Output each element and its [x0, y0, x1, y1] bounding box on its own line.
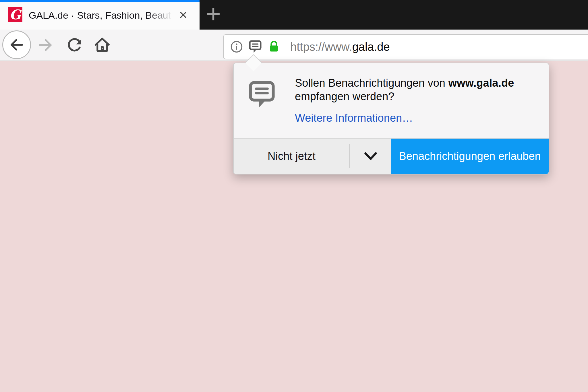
- not-now-button[interactable]: Nicht jetzt: [234, 139, 349, 174]
- speech-bubble-icon[interactable]: [248, 39, 263, 55]
- message-prefix: Sollen Benachrichtigungen von: [295, 77, 448, 89]
- green-lock-icon[interactable]: [267, 40, 281, 54]
- close-icon[interactable]: [177, 9, 189, 21]
- forward-button[interactable]: [36, 36, 55, 54]
- home-button[interactable]: [94, 36, 111, 54]
- url-scheme: https://www.: [290, 40, 352, 53]
- message-site: www.gala.de: [448, 77, 514, 89]
- popup-footer: Nicht jetzt Benachrichtigungen erlauben: [234, 138, 549, 174]
- url-bar[interactable]: https://www.gala.de: [223, 34, 588, 59]
- info-circle-icon[interactable]: [230, 40, 243, 53]
- allow-notifications-button[interactable]: Benachrichtigungen erlauben: [391, 139, 549, 174]
- reload-button[interactable]: [66, 37, 83, 54]
- new-tab-button[interactable]: [203, 4, 223, 24]
- back-button[interactable]: [2, 30, 31, 59]
- arrow-left-icon: [8, 36, 25, 53]
- chevron-down-icon: [363, 152, 378, 161]
- favicon-letter: G: [9, 7, 21, 22]
- arrow-right-icon: [36, 36, 55, 54]
- reload-icon: [66, 37, 83, 54]
- url-domain: gala.de: [352, 40, 390, 53]
- tab-bar: G GALA.de · Stars, Fashion, Beaut: [0, 0, 588, 30]
- tab-title: GALA.de · Stars, Fashion, Beaut: [29, 0, 175, 30]
- popup-message: Sollen Benachrichtigungen von www.gala.d…: [295, 76, 527, 125]
- not-now-dropdown-button[interactable]: [350, 139, 391, 174]
- tab-gala[interactable]: G GALA.de · Stars, Fashion, Beaut: [0, 0, 200, 30]
- permission-question: Sollen Benachrichtigungen von www.gala.d…: [295, 76, 527, 103]
- navigation-toolbar: https://www.gala.de: [0, 30, 588, 61]
- speech-bubble-icon: [246, 78, 277, 110]
- learn-more-link[interactable]: Weitere Informationen…: [295, 111, 413, 125]
- home-icon: [94, 36, 111, 54]
- plus-icon: [203, 4, 223, 24]
- url-display[interactable]: https://www.gala.de: [290, 40, 390, 53]
- gala-favicon-icon: G: [8, 7, 22, 22]
- message-suffix: empfangen werden?: [295, 90, 394, 102]
- notification-permission-popup: Sollen Benachrichtigungen von www.gala.d…: [233, 63, 549, 174]
